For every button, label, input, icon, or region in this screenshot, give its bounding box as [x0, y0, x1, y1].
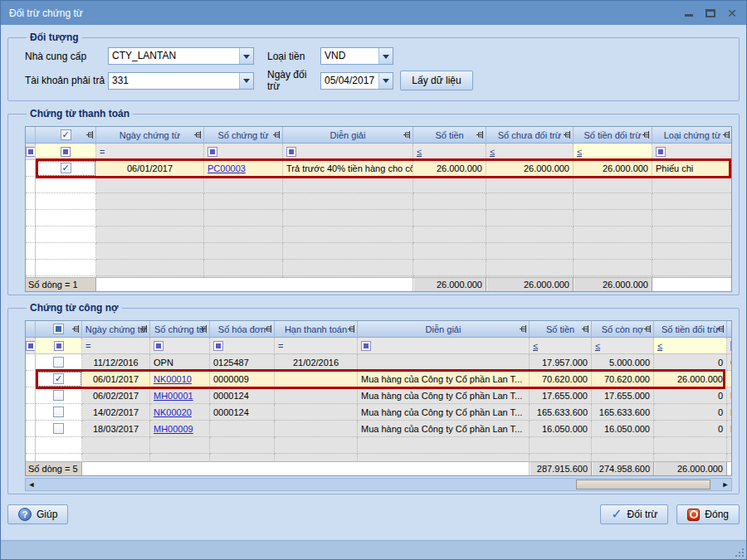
filter-cell-date[interactable]: = [96, 144, 204, 160]
pin-icon[interactable] [140, 325, 148, 333]
pin-icon[interactable] [200, 325, 208, 333]
table-row[interactable]: 06/01/2017NK000100000009Mua hàng của Côn… [26, 371, 731, 387]
column-header-check[interactable] [36, 321, 82, 338]
document-link[interactable]: MH00001 [154, 391, 193, 401]
filter-cell-doctype[interactable] [652, 144, 732, 160]
row-checkbox-cell[interactable] [36, 160, 96, 177]
filter-cell-check[interactable] [36, 144, 96, 160]
chevron-down-icon[interactable] [239, 73, 253, 89]
column-header-offset[interactable]: Số tiền đối trừ [654, 321, 727, 338]
column-header-ind[interactable] [26, 127, 36, 144]
filter-cell-docno[interactable] [204, 144, 283, 160]
pin-icon[interactable] [476, 131, 484, 139]
chevron-down-icon[interactable] [378, 73, 393, 89]
title-bar[interactable]: Đối trừ chứng từ ✕ [1, 1, 746, 25]
pin-icon[interactable] [520, 325, 527, 333]
pin-icon[interactable] [644, 325, 652, 333]
pin-icon[interactable] [564, 131, 571, 139]
pin-icon[interactable] [717, 325, 725, 333]
pin-icon[interactable] [348, 325, 355, 333]
column-header-not_offset[interactable]: Số chưa đối trừ [486, 127, 574, 144]
column-header-desc[interactable]: Diễn giải [358, 321, 530, 338]
pin-icon[interactable] [723, 131, 730, 139]
column-header-cut[interactable] [727, 321, 732, 338]
document-link[interactable]: NK00010 [154, 374, 192, 384]
select-all-checkbox[interactable] [61, 129, 71, 140]
scroll-left-icon[interactable]: ◄ [26, 479, 37, 490]
document-link[interactable]: MH00009 [154, 424, 193, 434]
column-header-amount[interactable]: Số tiền [530, 321, 592, 338]
filter-cell-remain[interactable]: ≤ [592, 338, 654, 354]
select-all-checkbox[interactable] [53, 324, 64, 334]
row-checkbox[interactable] [53, 373, 64, 384]
chevron-down-icon[interactable] [378, 48, 393, 64]
table-row[interactable]: 06/01/2017PC00003Trả trước 40% tiền hàng… [26, 160, 731, 177]
filter-cell-due[interactable]: = [275, 338, 358, 354]
row-checkbox-cell[interactable] [36, 371, 82, 387]
row-checkbox[interactable] [53, 423, 64, 434]
filter-cell-invoice[interactable] [210, 338, 275, 354]
pin-icon[interactable] [273, 131, 281, 139]
filter-cell-offset[interactable]: ≤ [574, 144, 652, 160]
document-link[interactable]: NK00020 [154, 407, 192, 417]
table-row[interactable]: 18/03/2017MH00009Mua hàng của Công ty Cổ… [26, 421, 731, 437]
column-header-date[interactable]: Ngày chứng từ [96, 127, 204, 144]
load-data-button[interactable]: Lấy dữ liệu [400, 71, 473, 90]
column-header-date[interactable]: Ngày chứng từ [82, 321, 150, 338]
scroll-right-icon[interactable]: ► [720, 479, 731, 490]
row-checkbox-cell[interactable] [36, 404, 82, 421]
column-header-due[interactable]: Hạn thanh toán [275, 321, 358, 338]
row-checkbox[interactable] [53, 390, 64, 401]
row-checkbox-cell[interactable] [36, 387, 82, 404]
row-checkbox[interactable] [53, 357, 64, 368]
supplier-combo[interactable]: CTY_LANTAN [108, 47, 254, 65]
filter-cell-amount[interactable]: ≤ [413, 144, 486, 160]
help-button[interactable]: ? Giúp [7, 504, 68, 524]
offset-date-picker[interactable]: 05/04/2017 [320, 72, 393, 90]
horizontal-scrollbar[interactable]: ◄ ► [25, 478, 732, 491]
column-header-remain[interactable]: Số còn nợ [592, 321, 654, 338]
filter-cell-desc[interactable] [283, 144, 413, 160]
close-button[interactable]: Đóng [676, 504, 740, 524]
currency-combo[interactable]: VND [320, 47, 393, 65]
column-header-docno[interactable]: Số chứng từ [204, 127, 283, 144]
filter-cell-ind[interactable] [26, 338, 36, 354]
pin-icon[interactable] [642, 131, 650, 139]
column-header-invoice[interactable]: Số hóa đơn [210, 321, 275, 338]
row-checkbox[interactable] [61, 163, 71, 173]
pin-icon[interactable] [72, 325, 80, 333]
resize-grip[interactable] [734, 547, 744, 557]
row-checkbox[interactable] [53, 407, 64, 417]
close-icon[interactable]: ✕ [726, 7, 738, 18]
scrollbar-thumb[interactable] [576, 480, 710, 489]
filter-cell-check[interactable] [36, 338, 82, 354]
payable-account-combo[interactable]: 331 [108, 72, 254, 90]
chevron-down-icon[interactable] [239, 48, 253, 64]
table-row[interactable]: 11/12/2016OPN012548721/02/201617.957.000… [26, 354, 731, 371]
filter-cell-offset[interactable]: ≤ [654, 338, 727, 354]
filter-cell-cut[interactable] [727, 338, 732, 354]
column-header-offset[interactable]: Số tiền đối trừ [574, 127, 652, 144]
filter-cell-amount[interactable]: ≤ [530, 338, 592, 354]
filter-cell-ind[interactable] [26, 144, 36, 160]
row-checkbox-cell[interactable] [36, 421, 82, 437]
column-header-doctype[interactable]: Loại chứng từ [652, 127, 732, 144]
pin-icon[interactable] [86, 131, 94, 139]
column-header-desc[interactable]: Diễn giải [283, 127, 413, 144]
filter-cell-date[interactable]: = [82, 338, 150, 354]
row-checkbox-cell[interactable] [36, 354, 82, 371]
filter-cell-desc[interactable] [358, 338, 530, 354]
pin-icon[interactable] [265, 325, 272, 333]
pin-icon[interactable] [403, 131, 411, 139]
minimize-icon[interactable] [683, 7, 695, 18]
filter-cell-not_offset[interactable]: ≤ [486, 144, 574, 160]
column-header-amount[interactable]: Số tiền [413, 127, 486, 144]
table-row[interactable]: 06/02/2017MH000010000124Mua hàng của Côn… [26, 387, 731, 404]
pin-icon[interactable] [194, 131, 202, 139]
column-header-ind[interactable] [26, 321, 36, 338]
document-link[interactable]: PC00003 [208, 163, 246, 173]
column-header-check[interactable] [36, 127, 96, 144]
maximize-icon[interactable] [705, 7, 716, 18]
column-header-docno[interactable]: Số chứng từ [150, 321, 210, 338]
offset-button[interactable]: ✓ Đối trừ [600, 504, 668, 524]
